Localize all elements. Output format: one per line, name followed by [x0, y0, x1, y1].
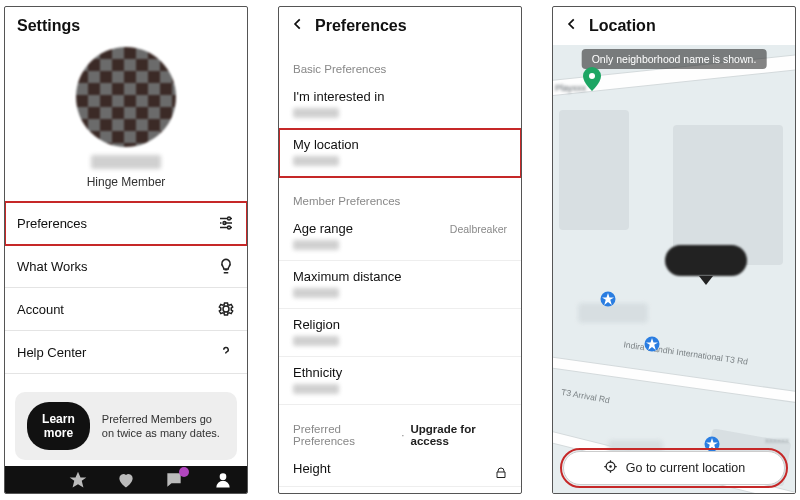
- nav-profile-icon[interactable]: [210, 467, 236, 493]
- pref-value-redacted: xx: [293, 384, 339, 394]
- button-label: Go to current location: [626, 461, 746, 475]
- pref-label: Maximum distance: [293, 269, 507, 284]
- promo-card: Learn more Preferred Members go on twice…: [15, 392, 237, 460]
- pref-label: Height: [293, 461, 507, 476]
- nav-logo-icon[interactable]: [16, 467, 42, 493]
- pref-row-age-range[interactable]: Age range xx Dealbreaker: [279, 213, 521, 261]
- pref-label: Ethnicity: [293, 365, 507, 380]
- pref-row-religion[interactable]: Religion xx: [279, 309, 521, 357]
- back-icon[interactable]: [291, 17, 305, 35]
- back-icon[interactable]: [565, 17, 579, 35]
- lightbulb-icon: [217, 257, 235, 275]
- pref-label: Religion: [293, 317, 507, 332]
- lock-icon: [495, 467, 507, 479]
- header: Location: [553, 7, 795, 45]
- pref-row-ethnicity[interactable]: Ethnicity xx: [279, 357, 521, 405]
- menu-item-label: Help Center: [17, 345, 86, 360]
- map-pin-green-icon: [583, 67, 601, 94]
- menu-item-account[interactable]: Account: [5, 288, 247, 331]
- pref-row-politics[interactable]: Politics: [279, 487, 521, 494]
- avatar[interactable]: [76, 47, 176, 147]
- menu-item-label: What Works: [17, 259, 88, 274]
- map-road-label: Indira Gandhi International T3 Rd: [623, 339, 749, 366]
- nav-chat-icon[interactable]: [161, 467, 187, 493]
- preferences-panel: Preferences Basic Preferences I'm intere…: [278, 6, 522, 494]
- svg-point-0: [589, 73, 595, 79]
- page-title: Settings: [5, 7, 247, 39]
- section-heading-basic: Basic Preferences: [279, 45, 521, 81]
- map-road-label: T3 Arrival Rd: [561, 387, 611, 405]
- menu-item-label: Preferences: [17, 216, 87, 231]
- map-block: [673, 125, 783, 265]
- selected-location-pin[interactable]: xxxxxxx: [665, 245, 747, 285]
- page-title: Location: [589, 17, 656, 35]
- pref-row-interested-in[interactable]: I'm interested in xx: [279, 81, 521, 129]
- gear-icon: [217, 300, 235, 318]
- upgrade-label[interactable]: Upgrade for access: [410, 423, 507, 447]
- map-pin-airport-icon: [643, 335, 661, 356]
- pin-caret-icon: [699, 276, 713, 285]
- header: Preferences: [279, 7, 521, 45]
- map-attribution-redacted: xxxxxx: [765, 436, 789, 445]
- pref-label: My location: [293, 137, 507, 152]
- menu-item-what-works[interactable]: What Works: [5, 245, 247, 288]
- pref-value-redacted: xx: [293, 240, 339, 250]
- settings-panel: Settings xxxxx Hinge Member Preferences …: [4, 6, 248, 494]
- pref-value-redacted: xx: [293, 156, 339, 166]
- map-banner: Only neighborhood name is shown.: [582, 49, 767, 69]
- pref-label: I'm interested in: [293, 89, 507, 104]
- section-heading-preferred: Preferred Preferences · Upgrade for acce…: [279, 405, 521, 453]
- pref-value-redacted: xx: [293, 108, 339, 118]
- page-title: Preferences: [315, 17, 407, 35]
- nav-star-icon[interactable]: [65, 467, 91, 493]
- location-panel: Location Indira Gandhi International T3 …: [552, 6, 796, 494]
- map-road: [553, 355, 795, 414]
- user-name-redacted: xxxxx: [91, 155, 161, 169]
- go-to-current-location-button[interactable]: Go to current location: [563, 451, 785, 485]
- selected-location-label-redacted: xxxxxxx: [665, 245, 747, 276]
- dealbreaker-label: Dealbreaker: [450, 223, 507, 235]
- section-heading-member: Member Preferences: [279, 177, 521, 213]
- pref-row-my-location[interactable]: My location xx: [279, 129, 521, 177]
- sliders-icon: [217, 214, 235, 232]
- profile-block: xxxxx Hinge Member: [5, 39, 247, 201]
- nav-heart-icon[interactable]: [113, 467, 139, 493]
- pref-value-redacted: xx: [293, 336, 339, 346]
- member-label: Hinge Member: [87, 175, 166, 189]
- chat-badge: [179, 467, 189, 477]
- pref-row-height[interactable]: Height: [279, 453, 521, 487]
- map-block: [559, 110, 629, 230]
- learn-more-button[interactable]: Learn more: [27, 402, 90, 450]
- map-poi-label-redacted: Playxxx: [555, 83, 586, 93]
- menu-item-help-center[interactable]: Help Center: [5, 331, 247, 374]
- crosshair-icon: [603, 459, 618, 477]
- svg-point-5: [609, 465, 612, 468]
- question-icon: [217, 343, 235, 361]
- bottom-nav: [5, 466, 247, 493]
- pref-value-redacted: xx: [293, 288, 339, 298]
- map[interactable]: Indira Gandhi International T3 Rd T3 Arr…: [553, 45, 795, 493]
- menu-item-preferences[interactable]: Preferences: [5, 202, 247, 245]
- pref-row-max-distance[interactable]: Maximum distance xx: [279, 261, 521, 309]
- promo-text: Preferred Members go on twice as many da…: [102, 412, 225, 441]
- menu-item-label: Account: [17, 302, 64, 317]
- settings-menu: Preferences What Works Account Help Cent…: [5, 201, 247, 374]
- map-pin-airport-icon: [599, 290, 617, 311]
